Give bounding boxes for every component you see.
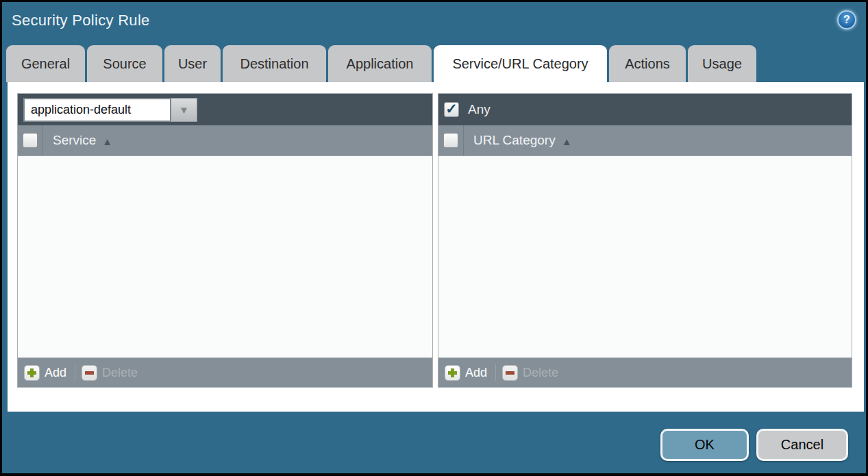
service-list-body[interactable] bbox=[18, 156, 432, 358]
service-panel-header: application-default ▼ bbox=[18, 94, 432, 125]
service-delete-label: Delete bbox=[102, 366, 138, 380]
url-category-add-label: Add bbox=[465, 366, 487, 380]
url-category-select-all-checkbox[interactable] bbox=[443, 133, 458, 148]
delete-minus-icon bbox=[82, 365, 97, 381]
dialog-title: Security Policy Rule bbox=[12, 12, 150, 29]
add-plus-icon bbox=[24, 365, 40, 381]
url-category-column-label: URL Category bbox=[473, 133, 556, 148]
tab-actions[interactable]: Actions bbox=[609, 45, 686, 82]
sort-ascending-icon: ▲ bbox=[562, 136, 572, 147]
screen: Security Policy Rule ? General Source Us… bbox=[0, 0, 868, 476]
service-type-dropdown-value[interactable]: application-default bbox=[23, 98, 171, 122]
tab-bar: General Source User Destination Applicat… bbox=[6, 45, 756, 82]
delete-minus-icon bbox=[502, 365, 518, 381]
help-question-mark: ? bbox=[843, 14, 850, 26]
url-category-any-row: ✓ Any bbox=[444, 102, 491, 117]
checkmark-icon: ✓ bbox=[445, 101, 458, 116]
tab-destination[interactable]: Destination bbox=[223, 45, 326, 82]
url-category-column-header[interactable]: URL Category ▲ bbox=[473, 125, 572, 155]
service-type-dropdown-button[interactable]: ▼ bbox=[171, 98, 197, 122]
tab-general[interactable]: General bbox=[6, 45, 85, 82]
tab-usage[interactable]: Usage bbox=[688, 45, 756, 82]
url-category-any-label: Any bbox=[468, 102, 491, 117]
service-select-all-cell bbox=[18, 125, 43, 155]
service-delete-button[interactable]: Delete bbox=[82, 365, 138, 381]
service-column-label: Service bbox=[53, 133, 96, 148]
url-category-any-checkbox[interactable]: ✓ bbox=[444, 102, 459, 117]
sort-ascending-icon: ▲ bbox=[102, 136, 112, 147]
service-panel: application-default ▼ Service ▲ bbox=[17, 93, 433, 388]
tab-source[interactable]: Source bbox=[87, 45, 162, 82]
url-category-add-button[interactable]: Add bbox=[445, 365, 487, 381]
footer-divider bbox=[495, 364, 496, 381]
tab-service-url-category[interactable]: Service/URL Category bbox=[434, 45, 607, 82]
url-category-delete-label: Delete bbox=[523, 366, 558, 380]
service-add-button[interactable]: Add bbox=[24, 365, 66, 381]
service-add-label: Add bbox=[45, 366, 66, 380]
add-plus-icon bbox=[445, 365, 460, 381]
service-type-dropdown[interactable]: application-default ▼ bbox=[23, 98, 197, 122]
service-column-header-row: Service ▲ bbox=[18, 125, 432, 156]
url-category-column-header-row: URL Category ▲ bbox=[438, 125, 852, 156]
url-category-select-all-cell bbox=[438, 125, 464, 155]
service-select-all-checkbox[interactable] bbox=[23, 133, 38, 148]
tab-application[interactable]: Application bbox=[328, 45, 432, 82]
service-panel-footer: Add Delete bbox=[18, 358, 432, 387]
url-category-panel-header: ✓ Any bbox=[438, 94, 852, 125]
chevron-down-icon: ▼ bbox=[179, 105, 189, 115]
url-category-delete-button[interactable]: Delete bbox=[502, 365, 558, 381]
cancel-button[interactable]: Cancel bbox=[756, 429, 848, 461]
url-category-list-body[interactable] bbox=[438, 156, 852, 358]
tab-user[interactable]: User bbox=[164, 45, 221, 82]
service-column-header[interactable]: Service ▲ bbox=[53, 125, 112, 155]
url-category-panel-footer: Add Delete bbox=[438, 358, 852, 387]
footer-divider bbox=[75, 364, 75, 381]
url-category-panel: ✓ Any URL Category ▲ Add bbox=[438, 93, 852, 388]
security-policy-rule-dialog: Security Policy Rule ? General Source Us… bbox=[2, 2, 866, 473]
ok-button[interactable]: OK bbox=[660, 429, 749, 461]
help-icon[interactable]: ? bbox=[837, 10, 856, 29]
